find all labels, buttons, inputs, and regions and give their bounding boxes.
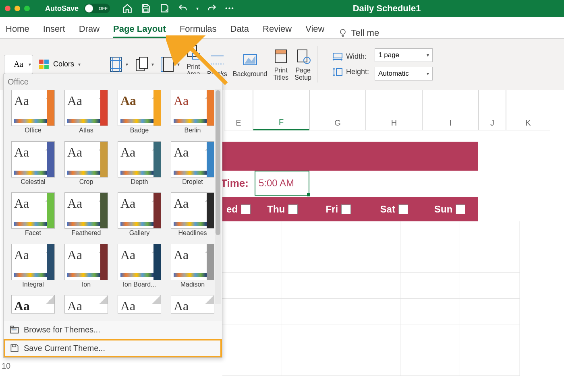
- tab-view[interactable]: View: [305, 24, 324, 38]
- save-icon[interactable]: [141, 3, 151, 14]
- theme-madison[interactable]: AaMadison: [168, 244, 217, 292]
- theme-feathered[interactable]: AaFeathered: [62, 192, 111, 241]
- annotation-arrow: [166, 35, 234, 92]
- col-K[interactable]: K: [506, 90, 550, 130]
- colors-button[interactable]: Colors: [53, 60, 74, 68]
- document-title: Daily Schedule1: [353, 3, 421, 14]
- redo-icon[interactable]: [207, 3, 217, 14]
- ribbon-tabs: Home Insert Draw Page Layout Formulas Da…: [0, 17, 564, 39]
- width-label: Width:: [346, 52, 367, 61]
- theme-ion-board-[interactable]: AaIon Board...: [115, 244, 164, 292]
- col-E[interactable]: E: [224, 90, 253, 130]
- col-G[interactable]: G: [309, 90, 366, 130]
- scrollbar[interactable]: [215, 89, 221, 304]
- svg-point-2: [340, 29, 345, 34]
- titlebar: AutoSave OFF ▾ ••• Daily Schedule1: [0, 0, 564, 17]
- svg-rect-26: [297, 50, 307, 62]
- day-sun[interactable]: Sun▾: [422, 197, 478, 221]
- svg-rect-37: [12, 345, 16, 347]
- svg-rect-5: [39, 65, 44, 69]
- browse-themes[interactable]: Browse for Themes...: [4, 320, 222, 339]
- width-select[interactable]: 1 page▾: [375, 48, 433, 62]
- folder-icon: [9, 324, 20, 335]
- theme-ion[interactable]: AaIon: [62, 244, 111, 292]
- undo-icon[interactable]: [178, 3, 188, 14]
- theme-gallery[interactable]: AaGallery: [115, 192, 164, 241]
- more-icon[interactable]: •••: [225, 5, 234, 12]
- theme-facet[interactable]: AaFacet: [8, 192, 58, 241]
- chevron-down-icon[interactable]: ▾: [456, 204, 465, 214]
- theme-item[interactable]: Aa: [168, 295, 217, 318]
- grid[interactable]: [222, 221, 520, 392]
- undo-caret[interactable]: ▾: [196, 6, 199, 11]
- day-fri[interactable]: Fri▾: [311, 197, 367, 221]
- background-button[interactable]: Background: [233, 51, 267, 78]
- minimize-window[interactable]: [15, 6, 20, 11]
- theme-item[interactable]: Aa: [62, 295, 111, 318]
- quick-access: ▾ •••: [122, 3, 234, 14]
- svg-rect-4: [44, 60, 49, 64]
- page-setup-button[interactable]: Page Setup: [294, 47, 311, 81]
- theme-atlas[interactable]: AaAtlas: [62, 90, 111, 138]
- tab-insert[interactable]: Insert: [43, 24, 65, 38]
- tab-home[interactable]: Home: [6, 24, 29, 38]
- tab-page-layout[interactable]: Page Layout: [113, 24, 166, 38]
- autosave-toggle[interactable]: OFF: [84, 4, 110, 13]
- chevron-down-icon[interactable]: ▾: [288, 204, 298, 214]
- print-titles-button[interactable]: Print Titles: [273, 47, 289, 81]
- height-select[interactable]: Automatic▾: [375, 67, 433, 80]
- col-J[interactable]: J: [479, 90, 506, 130]
- home-icon[interactable]: [122, 3, 133, 14]
- svg-rect-13: [139, 57, 147, 68]
- themes-panel: Office AaOfficeAaAtlasAaBadgeAaBerlinAaC…: [3, 74, 222, 358]
- save-current-theme[interactable]: Save Current Theme...: [4, 339, 222, 357]
- width-icon: [332, 52, 343, 61]
- colors-caret[interactable]: ▾: [78, 62, 81, 67]
- theme-celestial[interactable]: AaCelestial: [8, 141, 58, 190]
- window-controls: [5, 6, 30, 11]
- autosave-label: AutoSave: [45, 4, 79, 13]
- theme-office[interactable]: AaOffice: [8, 90, 58, 138]
- svg-rect-1: [144, 9, 148, 12]
- svg-rect-3: [39, 60, 44, 64]
- save-as-icon[interactable]: [159, 3, 170, 14]
- close-window[interactable]: [5, 6, 10, 11]
- tab-review[interactable]: Review: [263, 24, 292, 38]
- maximize-window[interactable]: [24, 6, 30, 11]
- theme-item[interactable]: Aa: [115, 295, 164, 318]
- schedule-title-bar: [222, 142, 478, 171]
- day-thu[interactable]: Thu▾: [255, 197, 311, 221]
- active-cell[interactable]: 5:00 AM: [255, 171, 309, 196]
- margins-button[interactable]: ▾: [108, 56, 128, 73]
- row-number[interactable]: 10: [2, 361, 10, 371]
- orientation-button[interactable]: ▾: [134, 56, 154, 73]
- theme-depth[interactable]: AaDepth: [115, 141, 164, 190]
- col-I[interactable]: I: [422, 90, 479, 130]
- svg-line-33: [186, 43, 226, 84]
- tell-me[interactable]: Tell me: [338, 28, 379, 38]
- height-label: Height:: [346, 68, 369, 76]
- svg-marker-23: [245, 57, 255, 63]
- theme-droplet[interactable]: AaDroplet: [168, 141, 217, 190]
- themes-button[interactable]: Aa ▾: [4, 55, 33, 74]
- theme-berlin[interactable]: AaBerlin: [168, 90, 217, 138]
- day-wed[interactable]: ed▾: [222, 197, 255, 221]
- chevron-down-icon[interactable]: ▾: [241, 204, 251, 214]
- colors-icon: [39, 59, 49, 70]
- col-H[interactable]: H: [366, 90, 422, 130]
- svg-rect-28: [333, 53, 342, 58]
- chevron-down-icon[interactable]: ▾: [341, 204, 351, 214]
- height-icon: [332, 68, 343, 76]
- theme-item[interactable]: Aa: [8, 295, 58, 318]
- theme-crop[interactable]: AaCrop: [62, 141, 111, 190]
- theme-headlines[interactable]: AaHeadlines: [168, 192, 217, 241]
- time-label: Time:: [221, 177, 249, 190]
- col-F[interactable]: F: [253, 90, 309, 130]
- chevron-down-icon[interactable]: ▾: [398, 204, 408, 214]
- theme-integral[interactable]: AaIntegral: [8, 244, 58, 292]
- tab-draw[interactable]: Draw: [79, 24, 100, 38]
- svg-rect-36: [12, 329, 17, 330]
- fill-handle[interactable]: [307, 193, 310, 196]
- theme-badge[interactable]: AaBadge: [115, 90, 164, 138]
- day-sat[interactable]: Sat▾: [366, 197, 422, 221]
